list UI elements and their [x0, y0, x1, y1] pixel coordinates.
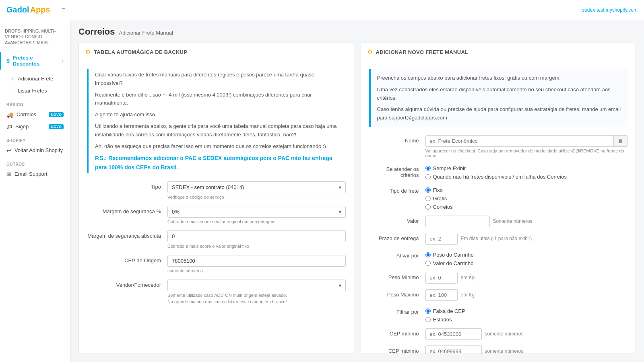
criterios-control: Sempre Exibir Quando não há fretes dispo…	[425, 164, 628, 180]
section-title-shopify: SHOPIFY	[0, 136, 70, 144]
tipo-frete-fixo[interactable]: Fixo	[425, 187, 628, 193]
cep-input[interactable]	[167, 255, 346, 267]
vendor-select-wrap: ▼	[167, 280, 346, 291]
peso-max-input-row: em Kg	[425, 289, 628, 301]
cep-min-hint: somente números	[485, 331, 524, 337]
nome-input[interactable]	[425, 135, 614, 147]
margem-abs-hint: Cobrado a mais sobre o valor original fi…	[167, 244, 346, 249]
filtrar-estados[interactable]: Estados	[425, 317, 628, 323]
valor-input[interactable]	[425, 216, 490, 227]
margem-pct-select[interactable]: 0% 5% 10%	[167, 206, 346, 218]
nome-control: 🗑 Vai aparecer no checkout. Caso seja um…	[425, 135, 628, 158]
prazo-input-row: Em dias úteis (-1 para não exibir)	[425, 233, 628, 245]
peso-max-input[interactable]	[425, 289, 458, 301]
sidebar-item-fretes-descontos[interactable]: $ Fretes e Descontos ‹	[0, 52, 70, 70]
margem-abs-control: Cobrado a mais sobre o valor original fi…	[167, 230, 346, 249]
tipo-frete-radio-gratis[interactable]	[425, 196, 431, 201]
collapse-icon: ‹	[62, 58, 64, 63]
tipo-frete-gratis[interactable]: Grátis	[425, 195, 628, 202]
truck-icon: 🚚	[6, 111, 13, 118]
criterios-option-falha[interactable]: Quando não há fretes disponíveis / em fa…	[425, 174, 628, 180]
app-logo: GadolApps	[6, 5, 50, 14]
sidebar-section-sub: + Adicionar Frete ≡ Listar Fretes	[0, 73, 70, 97]
sidebar-item-adicionar-frete[interactable]: + Adicionar Frete	[0, 73, 70, 85]
tipo-control: SEDEX - sem contrato (04014) PAC - sem c…	[167, 181, 346, 200]
plus-icon: +	[11, 76, 14, 82]
prazo-input[interactable]	[425, 233, 458, 245]
criterios-radio-falha[interactable]	[425, 174, 431, 179]
criterios-label: Se atender os critérios	[369, 164, 425, 178]
filtrar-control: Faixa de CEP Estados	[425, 306, 628, 323]
valor-hint: Somente números	[493, 218, 533, 224]
tipo-frete-correios[interactable]: Correios	[425, 204, 628, 210]
info-line-4: Utilizando a ferramenta abaixo, a gente …	[95, 122, 339, 139]
cep-min-row: CEP mínimo somente números	[369, 328, 628, 340]
peso-min-input[interactable]	[425, 272, 458, 284]
left-panel: ⚙ TABELA AUTOMÁGICA DE BACKUP Criar vári…	[78, 43, 354, 354]
sidebar-item-email-support[interactable]: ✉ Email Support	[0, 168, 70, 180]
ativar-valor[interactable]: Valor do Carrinho	[425, 260, 628, 266]
criterios-option-sempre[interactable]: Sempre Exibir	[425, 165, 628, 171]
ativar-label: Ativar por	[369, 250, 425, 259]
sigep-badge: NOVO	[49, 124, 64, 129]
margem-pct-label: Margem de segurança %	[87, 206, 167, 214]
sidebar-item-correios[interactable]: 🚚 Correios NOVO	[0, 109, 70, 121]
ativar-radio-group: Peso do Carrinho Valor do Carrinho	[425, 250, 628, 266]
tipo-select[interactable]: SEDEX - sem contrato (04014) PAC - sem c…	[167, 181, 346, 193]
cep-hint: somente números	[167, 268, 346, 273]
info-block-right: Preencha os campos abaixo para adicionar…	[369, 69, 628, 127]
nome-label: Nome	[369, 135, 425, 144]
body-wrap: DROPSHIPPING, MULTI-VENDOR CONFIG. AVANÇ…	[0, 20, 644, 362]
filtrar-radio-cep[interactable]	[425, 309, 431, 314]
margem-pct-row: Margem de segurança % 0% 5% 10% ▼ Cobra	[87, 206, 346, 224]
right-panel-body: Preencha os campos abaixo para adicionar…	[361, 61, 636, 354]
vendor-select[interactable]	[167, 280, 346, 291]
cep-max-input[interactable]	[425, 346, 482, 354]
sidebar-item-voltar-admin[interactable]: ↩ Voltar Admin Shopify	[0, 144, 70, 156]
vendor-row: Vendor/Fornecedor ▼ Somente utilizado ca…	[87, 280, 346, 304]
cep-min-label: CEP mínimo	[369, 328, 425, 337]
tipo-frete-radio-correios[interactable]	[425, 204, 431, 210]
ativar-peso[interactable]: Peso do Carrinho	[425, 252, 628, 258]
cep-max-row: CEP máximo somente números	[369, 346, 628, 354]
margem-abs-input[interactable]	[167, 230, 346, 242]
hamburger-icon[interactable]: ≡	[62, 6, 65, 14]
filtrar-cep[interactable]: Faixa de CEP	[425, 308, 628, 314]
margem-pct-control: 0% 5% 10% ▼ Cobrado a mais sobre o valor…	[167, 206, 346, 224]
ativar-radio-peso[interactable]	[425, 252, 431, 257]
sidebar-item-listar-fretes[interactable]: ≡ Listar Fretes	[0, 85, 70, 97]
margem-abs-row: Margem de segurança absoluta Cobrado a m…	[87, 230, 346, 249]
peso-max-control: em Kg	[425, 289, 628, 301]
tipo-frete-radio-fixo[interactable]	[425, 187, 431, 193]
filtrar-radio-estados[interactable]	[425, 317, 431, 322]
right-panel: ⚙ ADICIONAR NOVO FRETE MANUAL Preencha o…	[361, 43, 636, 354]
cep-control: somente números	[167, 255, 346, 273]
valor-label: Valor	[369, 216, 425, 224]
sidebar-section-top: DROPSHIPPING, MULTI-VENDOR CONFIG. AVANÇ…	[0, 25, 70, 49]
valor-input-row: Somente números	[425, 216, 628, 227]
nome-clear-btn[interactable]: 🗑	[614, 135, 627, 147]
sidebar-item-dropshipping[interactable]: DROPSHIPPING, MULTI-VENDOR CONFIG. AVANÇ…	[0, 25, 70, 49]
right-info-3: Caso tenha alguma dúvida ou precise de a…	[377, 105, 621, 122]
criterios-radio-sempre[interactable]	[425, 166, 431, 171]
margem-pct-hint: Cobrado a mais sobre o valor original em…	[167, 219, 346, 224]
prazo-control: Em dias úteis (-1 para não exibir)	[425, 233, 628, 245]
sidebar-item-sigep[interactable]: 🏷 Sigep NOVO	[0, 121, 70, 133]
section-title-outros: OUTROS	[0, 160, 70, 168]
criterios-radio-group: Sempre Exibir Quando não há fretes dispo…	[425, 164, 628, 180]
info-line-3: A gente te ajuda com isso.	[95, 111, 339, 119]
ativar-radio-valor[interactable]	[425, 261, 431, 266]
correios-badge: NOVO	[49, 112, 64, 117]
info-line-1: Criar várias faixas de fretes manuais pa…	[95, 71, 339, 88]
filtrar-radio-group: Faixa de CEP Estados	[425, 306, 628, 323]
logo-gadol: Gadol	[6, 5, 29, 14]
peso-min-input-row: em Kg	[425, 272, 628, 284]
sidebar-section-shopify: SHOPIFY ↩ Voltar Admin Shopify	[0, 136, 70, 156]
cep-max-label: CEP máximo	[369, 346, 425, 354]
cep-max-input-row: somente números	[425, 346, 628, 354]
cep-min-input[interactable]	[425, 328, 482, 340]
store-url: sedex-test.myshopify.com	[582, 7, 638, 13]
tipo-row: Tipo SEDEX - sem contrato (04014) PAC - …	[87, 181, 346, 200]
peso-max-label: Peso Máximo	[369, 289, 425, 298]
margem-pct-select-wrap: 0% 5% 10% ▼	[167, 206, 346, 218]
